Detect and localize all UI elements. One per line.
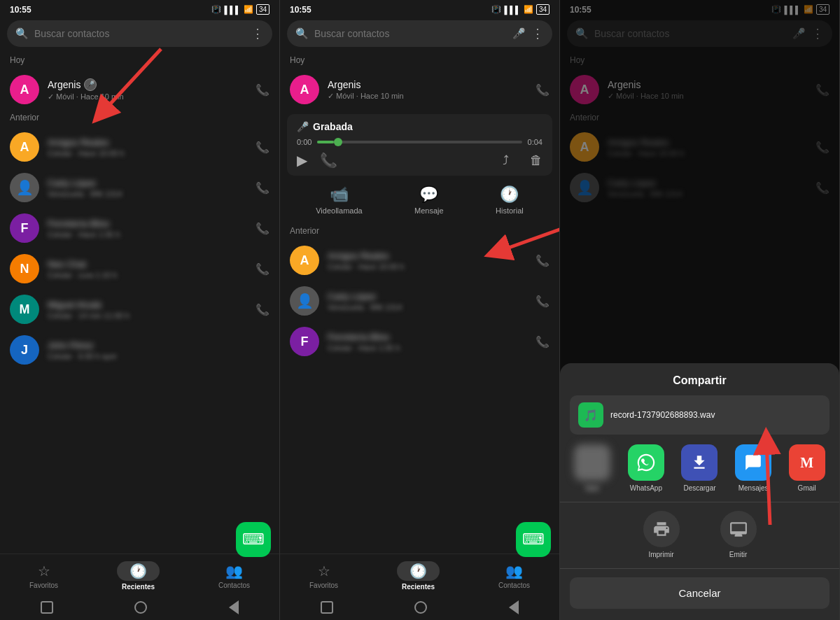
gmail-icon: M — [789, 444, 825, 481]
favorites-icon-1: ☆ — [38, 563, 50, 579]
progress-track[interactable] — [317, 141, 522, 143]
avatar-f2: F — [290, 327, 319, 356]
recent-apps-btn-1[interactable] — [41, 601, 53, 614]
contact-row-main-1[interactable]: A Argenis 🎤 ✓ Móvil · Hace 10 min 📞 — [0, 69, 279, 110]
vibrate-icon-2: 📳 — [491, 5, 501, 14]
gmail-label: Gmail — [798, 484, 816, 492]
list-item[interactable]: F Ferretería Bliss Celular · Hace 1:05 h… — [280, 321, 559, 362]
call-icon-p1[interactable]: 📞 — [536, 254, 550, 267]
nav-favorites-2[interactable]: ☆ Favoritos — [309, 563, 338, 589]
call-icon-p2[interactable]: 📞 — [536, 295, 550, 308]
call-icon-main-1[interactable]: 📞 — [255, 83, 270, 97]
recording-label: Grabada — [313, 121, 353, 132]
more-options-icon-2[interactable]: ⋮ — [531, 26, 544, 41]
vibrate-icon: 📳 — [211, 5, 221, 14]
nav-favorites-label-1: Favoritos — [29, 582, 58, 589]
contact-name-main-1: Argenis — [48, 79, 80, 90]
avatar-a1: A — [10, 132, 39, 162]
share-app-hare[interactable]: hare — [567, 444, 618, 492]
blurred-sub-5: Celular · 14 min 11:00 h — [48, 311, 247, 320]
nav-recents-1[interactable]: 🕐 Recientes — [117, 561, 160, 591]
nav-contacts-1[interactable]: 👥 Contactos — [218, 563, 250, 589]
emitir-icon — [720, 511, 757, 547]
share-app-gmail[interactable]: M Gmail — [781, 444, 832, 492]
blurred-name-5: Miguel Alcalá — [48, 300, 247, 310]
list-item[interactable]: 👤 Carly López Venezuela · 986 1314 📞 — [280, 281, 559, 321]
list-item[interactable]: A Amigos Reales Celular · Hace 10:00 h 📞 — [0, 127, 279, 167]
avatar-main-1: A — [10, 75, 39, 104]
mic-badge-1: 🎤 — [84, 78, 97, 91]
blurred-name-p3: Ferretería Bliss — [328, 332, 527, 342]
progress-fill — [317, 141, 333, 143]
battery-icon: 34 — [256, 4, 270, 15]
list-item[interactable]: A Amigos Reales Celular · Hace 10:00 h 📞 — [280, 240, 559, 281]
cancel-label: Cancelar — [678, 587, 720, 599]
cancel-button[interactable]: Cancelar — [570, 577, 830, 609]
wifi-icon: 📶 — [244, 5, 253, 14]
call-icon-main-2[interactable]: 📞 — [536, 83, 550, 97]
contact-info-main-2: Argenis ✓ Móvil · Hace 10 min — [328, 79, 527, 101]
share-app-emitir[interactable]: Emitir — [710, 511, 766, 558]
avatar-main-2: A — [290, 75, 319, 104]
list-item[interactable]: N Neo Chat Celular · cura 1:10 h 📞 — [0, 248, 279, 289]
status-time-1: 10:55 — [10, 5, 31, 15]
list-item[interactable]: F Ferretería Bliss Celular · Hace 1:05 h… — [0, 208, 279, 248]
call-icon-1[interactable]: 📞 — [255, 141, 270, 154]
imprimir-icon — [643, 511, 680, 547]
home-btn-1[interactable] — [134, 601, 147, 614]
nav-recents-label-1: Recientes — [122, 583, 155, 591]
more-options-icon-1[interactable]: ⋮ — [251, 26, 264, 41]
bottom-nav-1: ☆ Favoritos 🕐 Recientes 👥 Contactos — [0, 554, 279, 596]
share-app-descargar[interactable]: Descargar — [674, 444, 725, 492]
time-end: 0:04 — [528, 138, 542, 146]
share-title: Compartir — [560, 374, 839, 387]
call-icon-3[interactable]: 📞 — [255, 222, 270, 235]
list-item[interactable]: 👤 Carly López Venezuela · 986 1314 📞 — [0, 167, 279, 208]
list-item[interactable]: J John Pérez Celular · 6:00 h ayer — [0, 330, 279, 370]
search-input-2[interactable] — [314, 28, 507, 39]
call-icon-2[interactable]: 📞 — [255, 181, 270, 195]
home-btn-2[interactable] — [414, 601, 427, 614]
avatar-j1: J — [10, 335, 39, 365]
search-icon-1: 🔍 — [15, 27, 29, 40]
share-app-mensajes[interactable]: Mensajes — [728, 444, 779, 492]
nav-recents-2[interactable]: 🕐 Recientes — [397, 561, 440, 591]
list-item[interactable]: M Miguel Alcalá Celular · 14 min 11:00 h… — [0, 289, 279, 330]
blurred-name-6: John Pérez — [48, 340, 270, 351]
share-app-imprimir[interactable]: Imprimir — [634, 511, 690, 558]
recent-apps-btn-2[interactable] — [321, 601, 333, 614]
contact-sub-main-1: ✓ Móvil · Hace 10 min — [48, 92, 247, 101]
share-button[interactable]: ⤴ — [503, 153, 509, 168]
blurred-name-1: Amigos Reales — [48, 137, 247, 148]
search-bar-2[interactable]: 🔍 🎤 ⋮ — [287, 20, 552, 47]
nav-favorites-1[interactable]: ☆ Favoritos — [29, 563, 58, 589]
delete-button[interactable]: 🗑 — [530, 153, 542, 168]
history-action[interactable]: 🕐 Historial — [496, 185, 524, 215]
status-bar-1: 10:55 📳 ▌▌▌ 📶 34 — [0, 0, 279, 17]
recording-actions: ▶ 📞 ⤴ 🗑 — [297, 152, 542, 169]
search-input-1[interactable] — [34, 28, 246, 39]
play-button[interactable]: ▶ — [297, 152, 307, 169]
dialpad-fab-1[interactable]: ⌨ — [236, 522, 271, 557]
call-icon-5[interactable]: 📞 — [255, 303, 270, 316]
contact-row-main-2[interactable]: A Argenis ✓ Móvil · Hace 10 min 📞 — [280, 69, 559, 110]
back-btn-1[interactable] — [229, 600, 239, 614]
share-apps-row-1: hare WhatsApp Descargar — [560, 444, 839, 502]
call-icon-4[interactable]: 📞 — [255, 262, 270, 276]
call-recording-button[interactable]: 📞 — [320, 152, 337, 169]
wifi-icon-2: 📶 — [524, 5, 533, 14]
message-action[interactable]: 💬 Mensaje — [414, 185, 444, 215]
mic-icon-2[interactable]: 🎤 — [512, 27, 526, 40]
call-icon-p3[interactable]: 📞 — [536, 335, 550, 348]
share-app-whatsapp[interactable]: WhatsApp — [621, 444, 672, 492]
status-icons-1: 📳 ▌▌▌ 📶 34 — [211, 4, 270, 15]
back-btn-2[interactable] — [509, 600, 519, 614]
dialpad-fab-2[interactable]: ⌨ — [516, 522, 551, 557]
sys-bar-1 — [0, 596, 279, 620]
recording-title: 🎤 Grabada — [297, 121, 542, 132]
videocall-action[interactable]: 📹 Videollamada — [316, 185, 362, 215]
search-bar-1[interactable]: 🔍 ⋮ — [7, 20, 272, 47]
mic-rec-icon: 🎤 — [297, 121, 309, 132]
blurred-app-label: hare — [585, 484, 599, 492]
nav-contacts-2[interactable]: 👥 Contactos — [498, 563, 530, 589]
